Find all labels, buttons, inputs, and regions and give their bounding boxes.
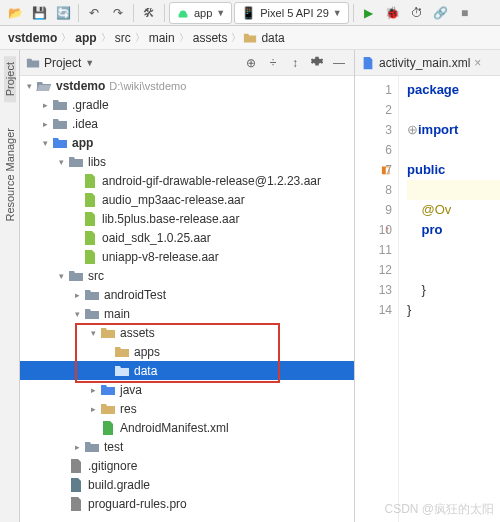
folder-icon bbox=[84, 287, 100, 303]
tree-item-app[interactable]: ▾app bbox=[20, 133, 354, 152]
project-tree[interactable]: ▾ vstdemo D:\wiki\vstdemo ▸.gradle ▸.ide… bbox=[20, 76, 354, 522]
panel-title[interactable]: Project bbox=[44, 56, 81, 70]
tree-item-aar[interactable]: oaid_sdk_1.0.25.aar bbox=[20, 228, 354, 247]
tree-item-src[interactable]: ▾src bbox=[20, 266, 354, 285]
device-label: Pixel 5 API 29 bbox=[260, 7, 329, 19]
save-icon[interactable]: 💾 bbox=[28, 2, 50, 24]
tab-project[interactable]: Project bbox=[4, 56, 16, 102]
source-folder-icon bbox=[100, 382, 116, 398]
tree-item-androidtest[interactable]: ▸androidTest bbox=[20, 285, 354, 304]
run-config-label: app bbox=[194, 7, 212, 19]
hide-icon[interactable]: — bbox=[330, 56, 348, 70]
folder-icon bbox=[68, 154, 84, 170]
editor-tabbar: activity_main.xml × bbox=[355, 50, 500, 76]
open-file-icon[interactable]: 📂 bbox=[4, 2, 26, 24]
filter-icon[interactable]: ↕ bbox=[286, 56, 304, 70]
tab-resource-manager[interactable]: Resource Manager bbox=[4, 122, 16, 228]
target-icon[interactable]: ⊕ bbox=[242, 56, 260, 70]
stop-icon[interactable]: ■ bbox=[454, 2, 476, 24]
tree-label: vstdemo bbox=[56, 79, 105, 93]
folder-icon bbox=[114, 363, 130, 379]
project-root-icon bbox=[36, 78, 52, 94]
chevron-down-icon: ▼ bbox=[85, 58, 94, 68]
run-icon[interactable]: ▶ bbox=[358, 2, 380, 24]
tree-path: D:\wiki\vstdemo bbox=[109, 80, 186, 92]
hammer-build-icon[interactable]: 🛠 bbox=[138, 2, 160, 24]
aar-icon bbox=[82, 249, 98, 265]
folder-icon bbox=[243, 31, 257, 45]
sync-icon[interactable]: 🔄 bbox=[52, 2, 74, 24]
project-panel-header: Project ▼ ⊕ ÷ ↕ — bbox=[20, 50, 354, 76]
chevron-down-icon: ▼ bbox=[333, 8, 342, 18]
profile-icon[interactable]: ⏱ bbox=[406, 2, 428, 24]
redo-icon[interactable]: ↷ bbox=[107, 2, 129, 24]
breadcrumb: vstdemo〉 app〉 src〉 main〉 assets〉 data bbox=[0, 26, 500, 50]
tree-item-test[interactable]: ▸test bbox=[20, 437, 354, 456]
tree-item-idea[interactable]: ▸.idea bbox=[20, 114, 354, 133]
crumb-main[interactable]: main bbox=[147, 31, 177, 45]
chevron-down-icon: ▼ bbox=[216, 8, 225, 18]
tree-item-libs[interactable]: ▾libs bbox=[20, 152, 354, 171]
tree-item-aar[interactable]: uniapp-v8-release.aar bbox=[20, 247, 354, 266]
tree-item-proguard[interactable]: proguard-rules.pro bbox=[20, 494, 354, 513]
tree-item-java[interactable]: ▸java bbox=[20, 380, 354, 399]
folder-icon bbox=[52, 97, 68, 113]
run-config-dropdown[interactable]: app ▼ bbox=[169, 2, 232, 24]
gear-icon[interactable] bbox=[308, 54, 326, 71]
expand-icon[interactable]: ▾ bbox=[22, 81, 36, 91]
file-icon bbox=[68, 496, 84, 512]
crumb-app[interactable]: app bbox=[73, 31, 98, 45]
debug-icon[interactable]: 🐞 bbox=[382, 2, 404, 24]
project-panel: Project ▼ ⊕ ÷ ↕ — ▾ vstdemo D:\wiki\vstd… bbox=[20, 50, 355, 522]
close-icon[interactable]: × bbox=[474, 56, 481, 70]
tree-item-assets[interactable]: ▾assets bbox=[20, 323, 354, 342]
device-dropdown[interactable]: 📱 Pixel 5 API 29 ▼ bbox=[234, 2, 348, 24]
res-folder-icon bbox=[100, 401, 116, 417]
editor-tab[interactable]: activity_main.xml × bbox=[361, 56, 481, 70]
file-icon bbox=[68, 458, 84, 474]
crumb-src[interactable]: src bbox=[113, 31, 133, 45]
tree-item-manifest[interactable]: AndroidManifest.xml bbox=[20, 418, 354, 437]
folder-icon bbox=[84, 306, 100, 322]
folder-icon bbox=[52, 116, 68, 132]
editor-code[interactable]: package ⊕import public @Ov pro } } bbox=[399, 76, 500, 522]
tree-item-data[interactable]: data bbox=[20, 361, 354, 380]
assets-folder-icon bbox=[100, 325, 116, 341]
folder-icon bbox=[114, 344, 130, 360]
tree-item-res[interactable]: ▸res bbox=[20, 399, 354, 418]
tree-item-buildgradle[interactable]: build.gradle bbox=[20, 475, 354, 494]
crumb-data[interactable]: data bbox=[259, 31, 286, 45]
aar-icon bbox=[82, 230, 98, 246]
editor-tab-label: activity_main.xml bbox=[379, 56, 470, 70]
crumb-root[interactable]: vstdemo bbox=[6, 31, 59, 45]
module-icon bbox=[52, 135, 68, 151]
attach-icon[interactable]: 🔗 bbox=[430, 2, 452, 24]
override-gutter-icon[interactable]: ↑ bbox=[385, 220, 390, 240]
undo-icon[interactable]: ↶ bbox=[83, 2, 105, 24]
editor-pane: activity_main.xml × 1 2 3 6 7◧ 8 9 10↑ 1… bbox=[355, 50, 500, 522]
gradle-icon bbox=[68, 477, 84, 493]
tree-item-aar[interactable]: audio_mp3aac-release.aar bbox=[20, 190, 354, 209]
aar-icon bbox=[82, 211, 98, 227]
folder-icon bbox=[68, 268, 84, 284]
divide-icon[interactable]: ÷ bbox=[264, 56, 282, 70]
tree-item-gradle[interactable]: ▸.gradle bbox=[20, 95, 354, 114]
main-toolbar: 📂 💾 🔄 ↶ ↷ 🛠 app ▼ 📱 Pixel 5 API 29 ▼ ▶ 🐞… bbox=[0, 0, 500, 26]
phone-icon: 📱 bbox=[241, 6, 256, 20]
class-gutter-icon[interactable]: ◧ bbox=[381, 160, 390, 180]
android-icon bbox=[176, 6, 190, 20]
tree-item-gitignore[interactable]: .gitignore bbox=[20, 456, 354, 475]
project-icon bbox=[26, 56, 40, 70]
tree-root[interactable]: ▾ vstdemo D:\wiki\vstdemo bbox=[20, 76, 354, 95]
aar-icon bbox=[82, 173, 98, 189]
tree-item-aar[interactable]: lib.5plus.base-release.aar bbox=[20, 209, 354, 228]
tree-item-aar[interactable]: android-gif-drawable-release@1.2.23.aar bbox=[20, 171, 354, 190]
folder-icon bbox=[84, 439, 100, 455]
tool-window-tabs: Project Resource Manager bbox=[0, 50, 20, 522]
manifest-icon bbox=[100, 420, 116, 436]
crumb-assets[interactable]: assets bbox=[191, 31, 230, 45]
editor-gutter: 1 2 3 6 7◧ 8 9 10↑ 11 12 13 14 bbox=[355, 76, 399, 522]
xml-file-icon bbox=[361, 56, 375, 70]
tree-item-main[interactable]: ▾main bbox=[20, 304, 354, 323]
tree-item-apps[interactable]: apps bbox=[20, 342, 354, 361]
